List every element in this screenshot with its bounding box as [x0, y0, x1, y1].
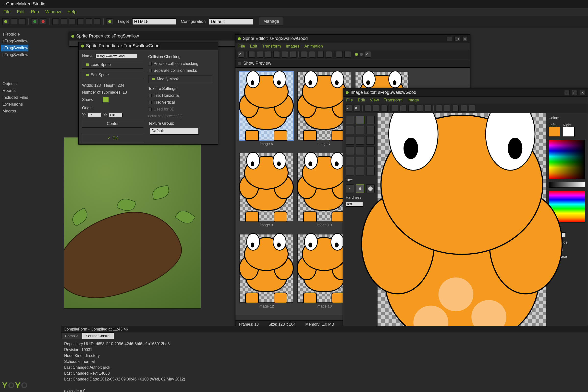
menu-help[interactable]: Help: [68, 9, 76, 14]
center-button[interactable]: Center: [82, 120, 143, 128]
separate-checkbox[interactable]: [148, 69, 152, 72]
se-menu-images[interactable]: Images: [286, 44, 300, 49]
edit-sprite-button[interactable]: Edit Sprite: [82, 71, 143, 79]
ie-redo-icon[interactable]: [425, 105, 432, 112]
tile-h-checkbox[interactable]: [148, 94, 152, 97]
brush-size-1[interactable]: [346, 184, 354, 193]
rectfill-tool-icon[interactable]: [346, 167, 354, 176]
sprite-frame[interactable]: image 12: [239, 234, 293, 311]
ie-new-icon[interactable]: [364, 105, 371, 112]
se-redo-icon[interactable]: [309, 51, 315, 58]
se-undo-icon[interactable]: [300, 51, 307, 58]
load-sprite-button[interactable]: Load Sprite: [82, 61, 143, 68]
se-add-icon[interactable]: [336, 51, 342, 58]
line-tool-icon[interactable]: [356, 126, 364, 134]
sprite-properties-window[interactable]: Sprite Properties: sFrogSwallowGood Name…: [78, 42, 218, 144]
tree-item[interactable]: Objects: [1, 80, 28, 87]
tb-sound-icon[interactable]: [61, 18, 67, 25]
resource-tree[interactable]: sFrogIdle sFrogSwallow sFrogSwallowGood …: [0, 30, 30, 355]
ie-menu-image[interactable]: Image: [408, 98, 419, 103]
sprite-frame[interactable]: image 9: [239, 153, 293, 230]
source-control-tab[interactable]: Source Control: [82, 332, 114, 339]
sprite-frame[interactable]: image 6: [239, 72, 293, 149]
menu-file[interactable]: File: [4, 9, 10, 14]
menu-edit[interactable]: Edit: [17, 9, 24, 14]
fill-tool-icon[interactable]: [346, 136, 354, 144]
tb-script-icon[interactable]: [86, 18, 92, 25]
se-play-icon[interactable]: [355, 53, 358, 56]
ie-zoomin-icon[interactable]: [452, 105, 459, 112]
ie-ok-icon[interactable]: ✓: [346, 105, 352, 112]
ie-close-icon[interactable]: ✕: [354, 105, 360, 112]
ie-paste-icon[interactable]: [408, 105, 415, 112]
right-color-swatch[interactable]: [563, 127, 574, 137]
tb-stop-icon[interactable]: [106, 18, 113, 25]
se-save-icon[interactable]: [265, 51, 272, 58]
tb-bg-icon[interactable]: [69, 18, 76, 25]
se-ok-icon[interactable]: ✓: [238, 51, 244, 58]
ie-menu-file[interactable]: File: [346, 98, 353, 103]
se-cut-icon[interactable]: [274, 51, 280, 58]
se-zoom-icon[interactable]: ✓: [365, 51, 371, 58]
ie-menu-transform[interactable]: Transform: [384, 98, 402, 103]
tb-path-icon[interactable]: [78, 18, 84, 25]
picker-tool-icon[interactable]: [346, 126, 354, 134]
tb-run-icon[interactable]: [32, 18, 38, 25]
tb-open-icon[interactable]: [11, 18, 17, 25]
se-left-icon[interactable]: [317, 51, 324, 58]
show-preview-checkbox[interactable]: [238, 62, 241, 65]
show-prev-icon[interactable]: [95, 97, 101, 102]
ie-open-icon[interactable]: [373, 105, 379, 112]
tree-item[interactable]: sFrogSwallow: [1, 38, 28, 44]
se-stop-icon[interactable]: [360, 53, 363, 56]
se-paste-icon[interactable]: [290, 51, 296, 58]
select-rect-icon[interactable]: [346, 146, 354, 155]
ie-preview-icon[interactable]: [469, 105, 475, 112]
se-edit-icon[interactable]: [344, 51, 351, 58]
se-menu-file[interactable]: File: [238, 44, 245, 49]
used3d-checkbox[interactable]: [148, 108, 152, 111]
se-new-icon[interactable]: [248, 51, 255, 58]
select-wand-icon[interactable]: [356, 146, 364, 155]
se-copy-icon[interactable]: [282, 51, 288, 58]
spray-tool-icon[interactable]: [356, 116, 364, 124]
compile-output[interactable]: Repository UUID: d658d110-2996-4246-8bf6…: [61, 339, 588, 392]
pencil-tool-icon[interactable]: [346, 116, 354, 124]
modify-mask-button[interactable]: Modify Mask: [148, 75, 212, 83]
tb-object-icon[interactable]: [94, 18, 100, 25]
ie-menu-view[interactable]: View: [370, 98, 379, 103]
ok-button[interactable]: ✓ OK: [82, 134, 143, 142]
maximize-icon[interactable]: ▢: [572, 90, 578, 95]
ie-copy-icon[interactable]: [400, 105, 406, 112]
tree-item[interactable]: Macros: [1, 108, 28, 115]
image-canvas[interactable]: [378, 113, 546, 358]
compile-tab[interactable]: Compile: [61, 332, 82, 339]
close-icon[interactable]: ✕: [580, 90, 585, 95]
ie-cut-icon[interactable]: [392, 105, 398, 112]
ellipse-tool-icon[interactable]: [356, 157, 364, 165]
tree-item[interactable]: sFrogSwallowBad: [1, 52, 28, 58]
texture-group-select[interactable]: Default: [150, 128, 199, 134]
ie-menu-edit[interactable]: Edit: [358, 98, 365, 103]
replace-tool-icon[interactable]: [356, 136, 364, 144]
tb-new-icon[interactable]: [2, 18, 9, 25]
ie-save-icon[interactable]: [381, 105, 388, 112]
ie-zoomout-icon[interactable]: [436, 105, 442, 112]
config-select[interactable]: Default: [209, 18, 253, 25]
name-input[interactable]: [96, 54, 137, 58]
origin-y-input[interactable]: [109, 113, 122, 117]
image-editor-window[interactable]: Image Editor: sFrogSwallowGood ‒ ▢ ✕ Fil…: [343, 88, 588, 358]
show-next-icon[interactable]: [103, 97, 108, 102]
ellipsefill-tool-icon[interactable]: [356, 167, 364, 176]
precise-checkbox[interactable]: [148, 62, 152, 66]
tree-item[interactable]: Included Files: [1, 94, 28, 101]
minimize-icon[interactable]: ‒: [447, 36, 452, 41]
menu-run[interactable]: Run: [31, 9, 39, 14]
se-menu-transform[interactable]: Transform: [262, 44, 281, 49]
tile-v-checkbox[interactable]: [148, 101, 152, 104]
close-icon[interactable]: ✕: [462, 36, 468, 41]
brush-size-2[interactable]: [356, 184, 364, 193]
minimize-icon[interactable]: ‒: [564, 90, 570, 95]
tree-item[interactable]: Rooms: [1, 87, 28, 94]
manage-button[interactable]: Manage: [259, 17, 283, 26]
